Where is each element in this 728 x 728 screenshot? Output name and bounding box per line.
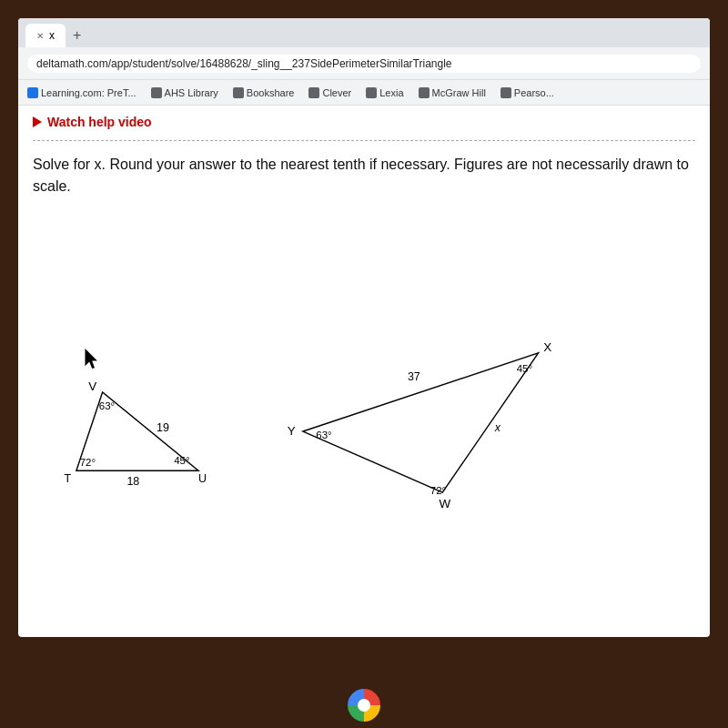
vertex-y: Y xyxy=(288,424,296,438)
bookmark-label-mcgraw: McGraw Hill xyxy=(432,87,486,98)
bookmark-icon-mcgraw xyxy=(419,87,430,98)
diagram-area: V 63° 19 T 72° 45° U 18 X xyxy=(33,216,695,525)
watch-video-label: Watch help video xyxy=(47,115,152,129)
bookmark-icon-lexia xyxy=(366,87,377,98)
tab-bar: ✕ x + xyxy=(18,18,710,47)
problem-text: Solve for x. Round your answer to the ne… xyxy=(33,157,689,194)
angle-v-63: 63° xyxy=(99,400,115,411)
active-tab[interactable]: ✕ x xyxy=(25,24,66,47)
vertex-u: U xyxy=(198,472,207,485)
bookmark-label-bookshare: Bookshare xyxy=(247,87,295,98)
bookmark-clever[interactable]: Clever xyxy=(305,86,355,100)
new-tab-button[interactable]: + xyxy=(66,24,88,47)
bookmark-icon-clever xyxy=(308,87,319,98)
angle-y-63: 63° xyxy=(316,430,331,440)
address-bar: deltamath.com/app/student/solve/16488628… xyxy=(18,47,710,80)
content-area: Watch help video Solve for x. Round your… xyxy=(18,106,710,534)
problem-statement: Solve for x. Round your answer to the ne… xyxy=(33,154,695,197)
vertex-x: X xyxy=(543,340,551,354)
bookmark-lexia[interactable]: Lexia xyxy=(362,86,407,100)
angle-x-45: 45° xyxy=(517,363,532,374)
tab-close-icon[interactable]: ✕ xyxy=(36,31,44,41)
bookmark-learning[interactable]: Learning.com: PreT... xyxy=(24,86,140,100)
angle-u-45: 45° xyxy=(174,455,189,466)
chrome-icon[interactable] xyxy=(348,689,380,722)
bookmark-bookshare[interactable]: Bookshare xyxy=(229,86,298,100)
vertex-w: W xyxy=(439,497,450,511)
bookmark-icon-pearso xyxy=(500,87,511,98)
browser-window: ✕ x + deltamath.com/app/student/solve/16… xyxy=(18,18,710,637)
vertex-v: V xyxy=(88,379,96,393)
watch-help-video-link[interactable]: Watch help video xyxy=(33,115,695,129)
angle-t-72: 72° xyxy=(80,457,96,468)
side-tu-18: 18 xyxy=(126,475,139,488)
divider xyxy=(33,140,695,141)
tab-label: x xyxy=(49,29,55,42)
angle-w-72: 72° xyxy=(430,485,446,496)
play-icon xyxy=(33,116,42,127)
side-x-variable: x xyxy=(494,421,501,434)
bookmark-label-ahs: AHS Library xyxy=(165,87,218,98)
bookmark-icon-learning xyxy=(27,87,38,98)
bookmark-label-clever: Clever xyxy=(322,87,351,98)
bookmark-label-learning: Learning.com: PreT... xyxy=(41,87,136,98)
bookmarks-bar: Learning.com: PreT... AHS Library Booksh… xyxy=(18,80,710,106)
triangle2 xyxy=(303,353,539,492)
bookmark-label-pearso: Pearso... xyxy=(514,87,554,98)
side-xy-37: 37 xyxy=(408,370,420,383)
vertex-t: T xyxy=(64,472,71,485)
bookmark-pearso[interactable]: Pearso... xyxy=(497,86,558,100)
bookmark-icon-ahs xyxy=(151,87,162,98)
triangles-svg: V 63° 19 T 72° 45° U 18 X xyxy=(33,216,695,525)
bookmark-label-lexia: Lexia xyxy=(379,87,403,98)
taskbar xyxy=(0,682,728,728)
bookmark-mcgraw[interactable]: McGraw Hill xyxy=(415,86,490,100)
side-vu-19: 19 xyxy=(157,421,169,434)
bookmark-ahs[interactable]: AHS Library xyxy=(147,86,222,100)
bookmark-icon-bookshare xyxy=(233,87,244,98)
url-input[interactable]: deltamath.com/app/student/solve/16488628… xyxy=(27,55,701,73)
cursor-icon xyxy=(85,349,96,369)
